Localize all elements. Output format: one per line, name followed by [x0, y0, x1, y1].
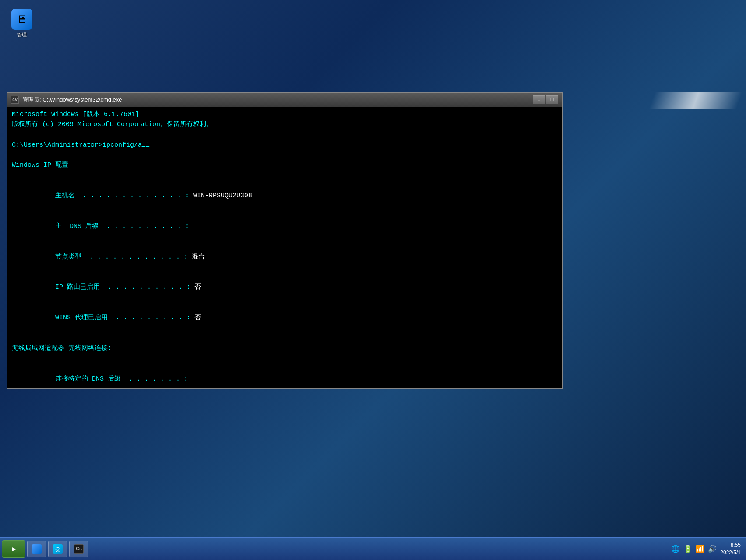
cmd-line-6: [12, 171, 557, 181]
clock-time: 8:55: [720, 542, 741, 549]
desktop-icon-label: 管理: [17, 32, 27, 38]
taskbar-item-browser[interactable]: ◎: [48, 541, 67, 557]
systray: 🌐 🔋 📶 🔊 8:55 2022/5/1: [668, 542, 744, 556]
cmd-ip-routing: IP 路由已启用 . . . . . . . . . . : 否: [12, 272, 557, 303]
cmd-conn-dns: 连接特定的 DNS 后缀 . . . . . . . :: [12, 364, 557, 388]
cmd-titlebar-icon: cv: [11, 96, 19, 104]
desktop: 🖥 管理 cv 管理员: C:\Windows\system32\cmd.exe…: [0, 0, 746, 560]
taskbar-item-cmd[interactable]: C:\: [69, 541, 88, 557]
volume-icon: 🔊: [708, 545, 717, 553]
cmd-blank2: [12, 333, 557, 343]
cmd-line-4: C:\Users\Administrator>ipconfig/all: [12, 140, 557, 150]
cmd-titlebar-buttons: － □: [533, 95, 558, 104]
cmd-line-3: [12, 130, 557, 140]
desktop-icon[interactable]: 🖥 管理: [9, 9, 35, 38]
cmd-titlebar: cv 管理员: C:\Windows\system32\cmd.exe － □: [7, 93, 562, 107]
cmd-line-1: Microsoft Windows [版本 6.1.7601]: [12, 109, 557, 119]
minimize-button[interactable]: －: [533, 95, 545, 104]
cmd-blank3: [12, 354, 557, 364]
desktop-icon-image: 🖥: [11, 9, 32, 30]
clock-date: 2022/5/1: [720, 549, 741, 556]
cmd-dns-suffix: 主 DNS 后缀 . . . . . . . . . . :: [12, 211, 557, 242]
start-label: ▶: [12, 546, 16, 552]
cmd-adapter-header: 无线局域网适配器 无线网络连接:: [12, 343, 557, 354]
cmd-line-5: [12, 150, 557, 160]
start-button[interactable]: ▶: [2, 540, 25, 558]
taskbar: ▶ ◎ C:\ 🌐 🔋 📶 🔊 8:55 2022/5/1: [0, 537, 746, 560]
cmd-node: 节点类型 . . . . . . . . . . . . : 混合: [12, 242, 557, 272]
restore-button[interactable]: □: [546, 95, 558, 104]
signal-icon: 📶: [696, 545, 704, 553]
taskbar-item-folder[interactable]: [27, 541, 46, 557]
folder-icon: [32, 544, 42, 554]
cmd-wins: WINS 代理已启用 . . . . . . . . . : 否: [12, 303, 557, 333]
network-icon: 🌐: [671, 545, 680, 553]
cmd-content[interactable]: Microsoft Windows [版本 6.1.7601] 版权所有 (c)…: [7, 107, 562, 388]
cmd-titlebar-title: 管理员: C:\Windows\system32\cmd.exe: [22, 96, 533, 104]
battery-icon: 🔋: [683, 545, 692, 553]
cmd-host: 主机名 . . . . . . . . . . . . . : WIN-RPSU…: [12, 181, 557, 211]
cmd-icon: C:\: [74, 544, 84, 554]
taskbar-items: ◎ C:\: [27, 541, 668, 557]
cmd-section-ip: Windows IP 配置: [12, 160, 557, 170]
cmd-line-2: 版权所有 (c) 2009 Microsoft Corporation。保留所有…: [12, 119, 557, 130]
glare-overlay: [649, 92, 743, 109]
cmd-window: cv 管理员: C:\Windows\system32\cmd.exe － □ …: [7, 92, 563, 389]
taskbar-clock: 8:55 2022/5/1: [720, 542, 741, 556]
browser-icon: ◎: [53, 544, 63, 554]
